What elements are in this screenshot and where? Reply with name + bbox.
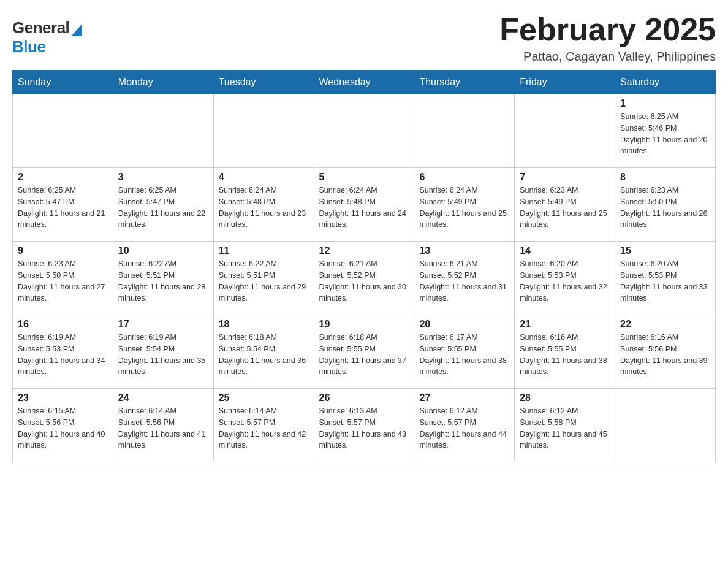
day-info: Sunrise: 6:19 AMSunset: 5:54 PMDaylight:… (118, 332, 208, 378)
day-number: 1 (620, 98, 710, 109)
day-number: 12 (319, 245, 409, 256)
day-info: Sunrise: 6:23 AMSunset: 5:50 PMDaylight:… (18, 258, 108, 304)
day-number: 15 (620, 245, 710, 256)
logo-general: General (12, 18, 69, 37)
logo-blue: Blue (12, 37, 45, 56)
day-info: Sunrise: 6:25 AMSunset: 5:47 PMDaylight:… (18, 185, 108, 231)
day-info: Sunrise: 6:18 AMSunset: 5:55 PMDaylight:… (319, 332, 409, 378)
table-row: 21Sunrise: 6:16 AMSunset: 5:55 PMDayligh… (515, 315, 615, 389)
day-number: 24 (118, 393, 208, 404)
day-info: Sunrise: 6:18 AMSunset: 5:54 PMDaylight:… (219, 332, 309, 378)
day-number: 13 (419, 245, 509, 256)
page-header: General Blue February 2025 Pattao, Cagay… (12, 12, 716, 64)
day-number: 26 (319, 393, 409, 404)
logo: General Blue (12, 18, 82, 56)
day-info: Sunrise: 6:20 AMSunset: 5:53 PMDaylight:… (520, 258, 610, 304)
day-info: Sunrise: 6:17 AMSunset: 5:55 PMDaylight:… (419, 332, 509, 378)
table-row: 13Sunrise: 6:21 AMSunset: 5:52 PMDayligh… (414, 242, 515, 315)
table-row: 8Sunrise: 6:23 AMSunset: 5:50 PMDaylight… (615, 168, 716, 242)
day-number: 22 (620, 319, 710, 330)
col-thursday: Thursday (414, 71, 515, 94)
day-info: Sunrise: 6:23 AMSunset: 5:50 PMDaylight:… (620, 185, 710, 231)
day-number: 25 (219, 393, 309, 404)
table-row (314, 94, 414, 168)
table-row: 9Sunrise: 6:23 AMSunset: 5:50 PMDaylight… (13, 242, 113, 315)
day-number: 2 (18, 172, 108, 183)
day-number: 9 (18, 245, 108, 256)
table-row: 20Sunrise: 6:17 AMSunset: 5:55 PMDayligh… (414, 315, 515, 389)
day-info: Sunrise: 6:22 AMSunset: 5:51 PMDaylight:… (118, 258, 208, 304)
day-number: 5 (319, 172, 409, 183)
table-row (515, 94, 615, 168)
day-info: Sunrise: 6:16 AMSunset: 5:55 PMDaylight:… (520, 332, 610, 378)
calendar-week-row: 9Sunrise: 6:23 AMSunset: 5:50 PMDaylight… (13, 242, 716, 315)
col-friday: Friday (515, 71, 615, 94)
col-sunday: Sunday (13, 71, 113, 94)
day-info: Sunrise: 6:25 AMSunset: 5:47 PMDaylight:… (118, 185, 208, 231)
calendar-week-row: 2Sunrise: 6:25 AMSunset: 5:47 PMDaylight… (13, 168, 716, 242)
day-number: 7 (520, 172, 610, 183)
day-info: Sunrise: 6:24 AMSunset: 5:48 PMDaylight:… (319, 185, 409, 231)
col-saturday: Saturday (615, 71, 716, 94)
day-number: 28 (520, 393, 610, 404)
table-row: 17Sunrise: 6:19 AMSunset: 5:54 PMDayligh… (113, 315, 213, 389)
table-row: 6Sunrise: 6:24 AMSunset: 5:49 PMDaylight… (414, 168, 515, 242)
table-row: 23Sunrise: 6:15 AMSunset: 5:56 PMDayligh… (13, 389, 113, 462)
calendar-header-row: Sunday Monday Tuesday Wednesday Thursday… (13, 71, 716, 94)
table-row: 2Sunrise: 6:25 AMSunset: 5:47 PMDaylight… (13, 168, 113, 242)
page-title: February 2025 (499, 12, 716, 47)
day-info: Sunrise: 6:14 AMSunset: 5:57 PMDaylight:… (219, 405, 309, 451)
day-info: Sunrise: 6:20 AMSunset: 5:53 PMDaylight:… (620, 258, 710, 304)
page-subtitle: Pattao, Cagayan Valley, Philippines (499, 50, 716, 64)
col-wednesday: Wednesday (314, 71, 414, 94)
table-row: 10Sunrise: 6:22 AMSunset: 5:51 PMDayligh… (113, 242, 213, 315)
logo-triangle-icon (71, 24, 82, 36)
day-info: Sunrise: 6:15 AMSunset: 5:56 PMDaylight:… (18, 405, 108, 451)
day-info: Sunrise: 6:23 AMSunset: 5:49 PMDaylight:… (520, 185, 610, 231)
day-number: 21 (520, 319, 610, 330)
day-number: 16 (18, 319, 108, 330)
day-info: Sunrise: 6:12 AMSunset: 5:58 PMDaylight:… (520, 405, 610, 451)
table-row: 25Sunrise: 6:14 AMSunset: 5:57 PMDayligh… (213, 389, 314, 462)
table-row: 22Sunrise: 6:16 AMSunset: 5:56 PMDayligh… (615, 315, 716, 389)
table-row: 12Sunrise: 6:21 AMSunset: 5:52 PMDayligh… (314, 242, 414, 315)
table-row: 27Sunrise: 6:12 AMSunset: 5:57 PMDayligh… (414, 389, 515, 462)
day-info: Sunrise: 6:12 AMSunset: 5:57 PMDaylight:… (419, 405, 509, 451)
col-tuesday: Tuesday (213, 71, 314, 94)
table-row: 11Sunrise: 6:22 AMSunset: 5:51 PMDayligh… (213, 242, 314, 315)
day-number: 20 (419, 319, 509, 330)
table-row: 16Sunrise: 6:19 AMSunset: 5:53 PMDayligh… (13, 315, 113, 389)
calendar-table: Sunday Monday Tuesday Wednesday Thursday… (12, 70, 716, 462)
day-number: 17 (118, 319, 208, 330)
table-row: 28Sunrise: 6:12 AMSunset: 5:58 PMDayligh… (515, 389, 615, 462)
calendar-week-row: 23Sunrise: 6:15 AMSunset: 5:56 PMDayligh… (13, 389, 716, 462)
day-info: Sunrise: 6:24 AMSunset: 5:49 PMDaylight:… (419, 185, 509, 231)
day-number: 6 (419, 172, 509, 183)
table-row (13, 94, 113, 168)
table-row: 4Sunrise: 6:24 AMSunset: 5:48 PMDaylight… (213, 168, 314, 242)
day-info: Sunrise: 6:25 AMSunset: 5:46 PMDaylight:… (620, 111, 710, 157)
calendar-week-row: 1Sunrise: 6:25 AMSunset: 5:46 PMDaylight… (13, 94, 716, 168)
day-number: 23 (18, 393, 108, 404)
day-number: 14 (520, 245, 610, 256)
day-info: Sunrise: 6:19 AMSunset: 5:53 PMDaylight:… (18, 332, 108, 378)
day-number: 18 (219, 319, 309, 330)
table-row: 24Sunrise: 6:14 AMSunset: 5:56 PMDayligh… (113, 389, 213, 462)
table-row: 15Sunrise: 6:20 AMSunset: 5:53 PMDayligh… (615, 242, 716, 315)
table-row (615, 389, 716, 462)
table-row: 14Sunrise: 6:20 AMSunset: 5:53 PMDayligh… (515, 242, 615, 315)
title-block: February 2025 Pattao, Cagayan Valley, Ph… (499, 12, 716, 64)
day-number: 4 (219, 172, 309, 183)
table-row: 1Sunrise: 6:25 AMSunset: 5:46 PMDaylight… (615, 94, 716, 168)
table-row: 5Sunrise: 6:24 AMSunset: 5:48 PMDaylight… (314, 168, 414, 242)
table-row: 19Sunrise: 6:18 AMSunset: 5:55 PMDayligh… (314, 315, 414, 389)
day-info: Sunrise: 6:22 AMSunset: 5:51 PMDaylight:… (219, 258, 309, 304)
day-info: Sunrise: 6:21 AMSunset: 5:52 PMDaylight:… (319, 258, 409, 304)
day-number: 19 (319, 319, 409, 330)
table-row: 18Sunrise: 6:18 AMSunset: 5:54 PMDayligh… (213, 315, 314, 389)
day-info: Sunrise: 6:14 AMSunset: 5:56 PMDaylight:… (118, 405, 208, 451)
table-row (414, 94, 515, 168)
day-number: 10 (118, 245, 208, 256)
table-row (213, 94, 314, 168)
day-number: 8 (620, 172, 710, 183)
